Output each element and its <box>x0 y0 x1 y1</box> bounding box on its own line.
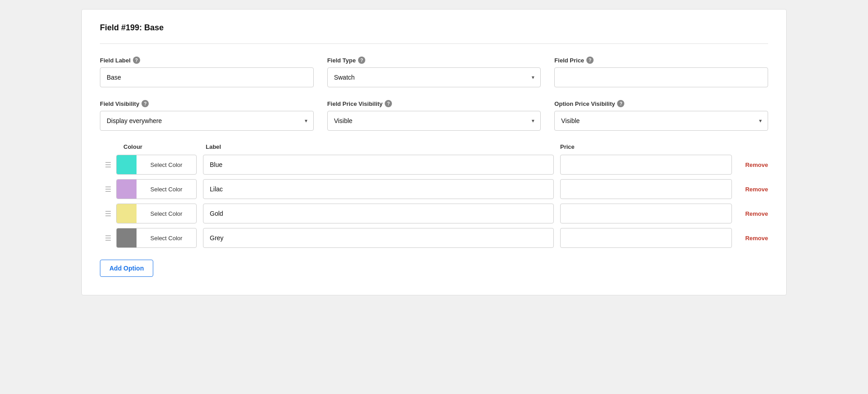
remove-button[interactable]: Remove <box>732 235 768 242</box>
drag-handle-icon[interactable]: ☰ <box>100 161 116 169</box>
field-price-label: Field Price ? <box>554 57 768 64</box>
options-header: Colour Label Price <box>100 143 768 155</box>
field-price-visibility-help-icon[interactable]: ? <box>385 100 392 107</box>
field-type-label: Field Type ? <box>327 57 541 64</box>
option-price-input[interactable] <box>560 228 732 248</box>
drag-handle-icon[interactable]: ☰ <box>100 185 116 194</box>
drag-handle-icon[interactable]: ☰ <box>100 234 116 242</box>
option-label-input[interactable] <box>203 204 554 223</box>
col-label-header: Label <box>206 143 554 150</box>
field-type-select-wrapper: Swatch Text Dropdown Radio Checkbox ▾ <box>327 67 541 87</box>
field-visibility-select[interactable]: Display everywhere Cart only Product pag… <box>100 111 314 131</box>
color-swatch-button[interactable]: Select Color <box>116 179 197 199</box>
page-title: Field #199: Base <box>100 23 768 33</box>
field-type-select[interactable]: Swatch Text Dropdown Radio Checkbox <box>327 67 541 87</box>
field-label-help-icon[interactable]: ? <box>133 57 140 64</box>
form-row-1: Field Label ? Field Type ? Swatch Text D… <box>100 57 768 87</box>
color-preview <box>117 204 137 223</box>
option-price-visibility-group: Option Price Visibility ? Visible Hidden… <box>554 100 768 131</box>
option-label-input[interactable] <box>203 228 554 248</box>
field-price-visibility-label: Field Price Visibility ? <box>327 100 541 107</box>
field-price-visibility-select[interactable]: Visible Hidden <box>327 111 541 131</box>
col-price-header: Price <box>560 143 732 150</box>
option-price-input[interactable] <box>560 204 732 223</box>
field-label-input[interactable] <box>100 67 314 87</box>
color-swatch-button[interactable]: Select Color <box>116 228 197 248</box>
field-price-input[interactable] <box>554 67 768 87</box>
option-row: ☰ Select Color Remove <box>100 179 768 199</box>
option-price-input[interactable] <box>560 155 732 175</box>
options-section: Colour Label Price ☰ Select Color Remove… <box>100 143 768 277</box>
select-color-label: Select Color <box>137 186 196 193</box>
option-row: ☰ Select Color Remove <box>100 155 768 175</box>
field-visibility-select-wrapper: Display everywhere Cart only Product pag… <box>100 111 314 131</box>
option-price-visibility-select[interactable]: Visible Hidden <box>554 111 768 131</box>
field-type-help-icon[interactable]: ? <box>358 57 365 64</box>
option-price-input[interactable] <box>560 179 732 199</box>
field-price-visibility-group: Field Price Visibility ? Visible Hidden … <box>327 100 541 131</box>
field-price-group: Field Price ? <box>554 57 768 87</box>
option-row: ☰ Select Color Remove <box>100 204 768 223</box>
col-colour-header: Colour <box>100 143 199 150</box>
section-divider <box>100 43 768 44</box>
field-visibility-group: Field Visibility ? Display everywhere Ca… <box>100 100 314 131</box>
option-price-visibility-label: Option Price Visibility ? <box>554 100 768 107</box>
color-swatch-button[interactable]: Select Color <box>116 204 197 223</box>
field-price-help-icon[interactable]: ? <box>586 57 594 64</box>
option-price-visibility-help-icon[interactable]: ? <box>617 100 624 107</box>
field-label-group: Field Label ? <box>100 57 314 87</box>
remove-button[interactable]: Remove <box>732 161 768 168</box>
option-rows-container: ☰ Select Color Remove ☰ Select Color Rem… <box>100 155 768 248</box>
color-preview <box>117 155 137 175</box>
field-type-group: Field Type ? Swatch Text Dropdown Radio … <box>327 57 541 87</box>
add-option-button[interactable]: Add Option <box>100 260 153 277</box>
select-color-label: Select Color <box>137 235 196 242</box>
drag-handle-icon[interactable]: ☰ <box>100 209 116 218</box>
select-color-label: Select Color <box>137 210 196 217</box>
color-preview <box>117 228 137 248</box>
option-price-visibility-select-wrapper: Visible Hidden ▾ <box>554 111 768 131</box>
color-swatch-button[interactable]: Select Color <box>116 155 197 175</box>
field-label-label: Field Label ? <box>100 57 314 64</box>
field-form-card: Field #199: Base Field Label ? Field Typ… <box>81 9 787 295</box>
remove-button[interactable]: Remove <box>732 186 768 193</box>
option-row: ☰ Select Color Remove <box>100 228 768 248</box>
form-row-2: Field Visibility ? Display everywhere Ca… <box>100 100 768 131</box>
option-label-input[interactable] <box>203 179 554 199</box>
field-price-visibility-select-wrapper: Visible Hidden ▾ <box>327 111 541 131</box>
field-visibility-help-icon[interactable]: ? <box>142 100 149 107</box>
field-visibility-label: Field Visibility ? <box>100 100 314 107</box>
select-color-label: Select Color <box>137 161 196 168</box>
remove-button[interactable]: Remove <box>732 210 768 217</box>
option-label-input[interactable] <box>203 155 554 175</box>
color-preview <box>117 179 137 199</box>
